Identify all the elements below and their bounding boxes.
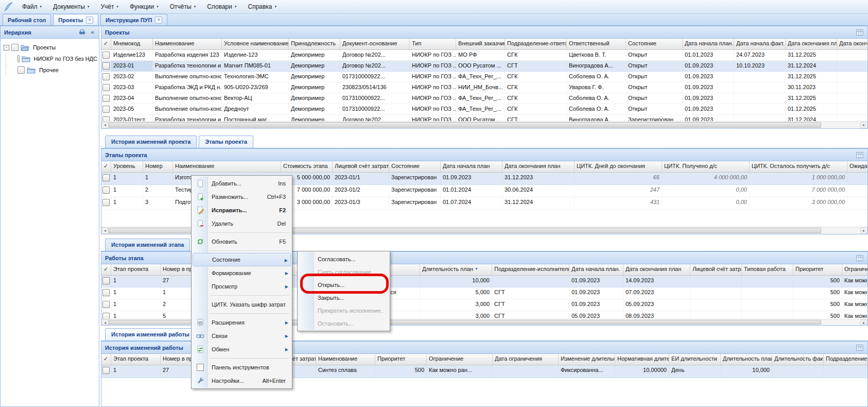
column-header[interactable]: Дата окончания план. (786, 39, 837, 49)
column-header[interactable]: Нормативная длительность (615, 354, 669, 365)
column-header[interactable]: Наименование (153, 39, 222, 49)
row-checkbox[interactable] (102, 186, 110, 194)
grid-row[interactable]: 2023-04Выполнение опытно-конс...Вектор-А… (101, 93, 867, 104)
column-header[interactable]: Состояние (389, 161, 441, 172)
menu-item[interactable]: УдалитьDel (193, 217, 291, 230)
tree-checkbox[interactable] (18, 55, 20, 62)
column-header[interactable]: Подразделение-исполнитель (824, 354, 867, 365)
tab[interactable]: История изменений проекта (105, 135, 197, 148)
scroll-right-button[interactable]: ► (860, 319, 867, 325)
menubar-item[interactable]: Справка▾ (242, 2, 282, 12)
menu-item[interactable]: Панель инструментов (193, 361, 291, 374)
row-checkbox[interactable] (102, 289, 110, 296)
column-header[interactable]: Стоимость этапа (281, 161, 333, 172)
column-header[interactable]: Изменение длительности (559, 354, 615, 365)
row-checkbox[interactable] (102, 95, 110, 102)
column-header[interactable]: Мнемокод (111, 39, 153, 49)
view-tab[interactable]: Проекты× (53, 14, 98, 25)
row-checkbox[interactable] (102, 301, 110, 308)
menu-item[interactable]: Открыть... (299, 278, 389, 291)
menu-item[interactable]: Расширения▶ (193, 316, 291, 329)
tree-checkbox[interactable] (11, 44, 19, 51)
menu-item[interactable]: Состояние▶ (193, 253, 291, 266)
column-header[interactable]: ЦИТК. Получено д/с (662, 161, 750, 172)
panel-tool-icon[interactable] (856, 254, 864, 262)
row-checkbox[interactable] (102, 174, 110, 181)
close-icon[interactable]: × (86, 16, 93, 24)
menu-item[interactable]: ОбновитьF5 (193, 235, 291, 248)
column-header[interactable]: Ограничение (427, 354, 493, 365)
scroll-right-button[interactable]: ► (860, 122, 867, 128)
column-header[interactable]: Дата окончания факт. (837, 39, 867, 49)
menu-item[interactable]: Обмен▶ (193, 343, 291, 356)
close-icon[interactable]: × (155, 16, 162, 24)
tab[interactable]: Этапы проекта (199, 135, 253, 148)
grid-row[interactable]: 2023-02Выполнение опытно-конс...Технолог… (101, 72, 867, 82)
scroll-left-button[interactable]: ◄ (101, 227, 109, 234)
column-header[interactable]: Этап проекта (111, 264, 161, 275)
column-header[interactable]: ЕИ длительности (669, 354, 721, 365)
grid-row[interactable]: 2023-01Разработка технологии и...Магнит … (101, 61, 867, 72)
column-header[interactable]: Дата начала план (441, 161, 502, 172)
column-header[interactable]: Номер (143, 161, 173, 172)
tree-checkbox[interactable] (18, 66, 25, 74)
column-header[interactable]: Подразделение-исполнитель (492, 264, 569, 275)
column-header[interactable]: Лицевой счёт затрат. (333, 161, 389, 172)
panel-tool-icon[interactable] (856, 28, 864, 37)
column-header[interactable]: Дата ограничения (493, 354, 559, 365)
menubar-item[interactable]: Документы▾ (47, 2, 95, 12)
grid-row[interactable]: 2023-03Разработка ЭКД и РКД н...905-U020… (101, 82, 867, 93)
menu-item[interactable]: Согласовать... (299, 252, 389, 265)
menu-item[interactable]: Связи▶ (193, 329, 291, 343)
grid-row[interactable]: Изделие123Разработка изделия 123Изделие-… (101, 50, 867, 61)
column-header[interactable]: Дата начала факт. (734, 39, 786, 49)
menu-item[interactable]: Формирование▶ (193, 266, 291, 280)
column-header[interactable]: Длительность факт (772, 354, 824, 365)
row-checkbox[interactable] (102, 367, 110, 374)
menubar-item[interactable]: Функции▾ (124, 2, 164, 12)
column-header[interactable]: Подразделение-ответственный (505, 39, 567, 49)
menubar-item[interactable]: Отчёты▾ (164, 2, 201, 12)
select-all-header[interactable]: ✓ (101, 264, 111, 275)
grid-row[interactable]: 2023-05Выполнение опытно-конс...Дредноут… (101, 104, 867, 115)
row-checkbox[interactable] (102, 199, 110, 206)
menu-item[interactable]: Закрыть... (299, 291, 389, 304)
select-all-header[interactable]: ✓ (101, 39, 111, 49)
tree-item[interactable]: Прочее (4, 64, 99, 76)
column-header[interactable]: Приоритет (793, 264, 842, 275)
column-header[interactable]: Приоритет (375, 354, 427, 365)
row-checkbox[interactable] (102, 277, 110, 284)
select-all-header[interactable]: ✓ (101, 161, 111, 172)
column-header[interactable]: Дата окончания план (623, 264, 690, 275)
column-header[interactable]: Внешний заказчик (456, 39, 505, 49)
menu-item[interactable]: Добавить...Ins (193, 177, 291, 190)
tree-item[interactable]: НИОКР по ГОЗ без НДС (4, 53, 99, 64)
row-checkbox[interactable] (102, 62, 110, 70)
tab[interactable]: История изменений работы (105, 328, 196, 341)
menu-item[interactable]: Настройки...Alt+Enter (193, 374, 291, 387)
column-header[interactable]: Дата окончания план (502, 161, 575, 172)
menubar-item[interactable]: Учёт▾ (95, 2, 124, 12)
column-header[interactable]: Наименование (173, 161, 281, 172)
column-header[interactable]: Ответственный (567, 39, 626, 49)
row-checkbox[interactable] (102, 84, 110, 91)
column-header[interactable]: ЦИТК. Осталось получить д/с (750, 161, 847, 172)
row-checkbox[interactable] (102, 106, 110, 113)
menubar-item[interactable]: Словари▾ (201, 2, 242, 12)
column-header[interactable]: ЦИТК. Дней до окончания (575, 161, 662, 172)
scroll-right-button[interactable]: ► (860, 227, 867, 234)
panel-tool-icon[interactable] (856, 344, 864, 352)
column-header[interactable]: Уровень (111, 161, 143, 172)
column-header[interactable]: Принадлежность (289, 39, 340, 49)
column-header[interactable]: Дата начала план. (683, 39, 734, 49)
column-header[interactable]: Документ-основание (340, 39, 410, 49)
tree-expander-icon[interactable]: − (4, 45, 9, 50)
row-checkbox[interactable] (102, 52, 110, 59)
view-tab[interactable]: Рабочий стол (3, 14, 51, 25)
scroll-left-button[interactable]: ◄ (101, 122, 109, 128)
column-header[interactable]: Дата начала план. (569, 264, 623, 275)
select-all-header[interactable]: ✓ (101, 354, 111, 365)
find-icon[interactable] (78, 28, 87, 37)
scrollbar-thumb[interactable] (109, 122, 821, 128)
tree-item[interactable]: −Проекты (4, 42, 99, 53)
